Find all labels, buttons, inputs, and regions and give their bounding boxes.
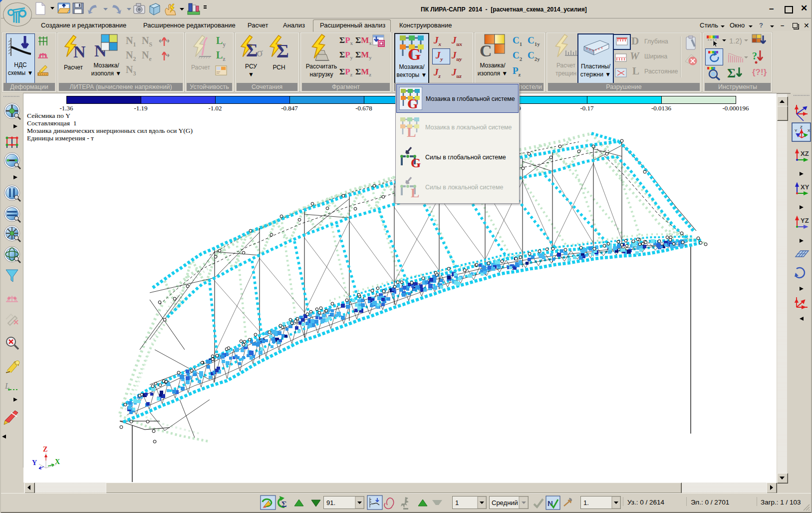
- svg-text:Составляющая 1: Составляющая 1: [27, 119, 76, 127]
- svg-text:-0.000196: -0.000196: [722, 104, 749, 112]
- svg-text:Z: Z: [800, 125, 803, 129]
- svg-text:91.: 91.: [326, 499, 335, 507]
- svg-text:Σ: Σ: [246, 40, 258, 60]
- svg-text:Сейсмика по Y: Сейсмика по Y: [27, 112, 70, 119]
- svg-text:1: 1: [455, 499, 459, 507]
- svg-text:Y: Y: [795, 128, 798, 133]
- svg-text:Σ: Σ: [276, 40, 289, 60]
- svg-text:G: G: [411, 156, 421, 168]
- svg-text:X: X: [55, 458, 60, 466]
- svg-text:Средний (: Средний (: [492, 499, 522, 507]
- svg-text:L: L: [407, 124, 416, 138]
- svg-text:Y: Y: [32, 459, 37, 467]
- svg-text:?: ?: [752, 50, 757, 61]
- svg-text:YZ: YZ: [801, 217, 809, 224]
- svg-text:-1.36: -1.36: [59, 104, 73, 112]
- svg-text:1.: 1.: [583, 499, 589, 507]
- svg-text:L: L: [411, 186, 419, 198]
- svg-text:Мозаика динамических инерционн: Мозаика динамических инерционных сил вдо…: [27, 127, 193, 134]
- svg-text:σ: σ: [257, 46, 263, 59]
- svg-text:XZ: XZ: [801, 150, 809, 157]
- svg-text:Σ: Σ: [727, 66, 736, 80]
- svg-text:Единицы измерения - т: Единицы измерения - т: [27, 134, 94, 142]
- svg-text:N: N: [73, 42, 86, 60]
- svg-text:Σ: Σ: [281, 500, 286, 509]
- svg-text:G: G: [408, 45, 421, 61]
- svg-text:G: G: [407, 96, 418, 110]
- svg-text:-0.847: -0.847: [281, 104, 298, 112]
- svg-text:-1.02: -1.02: [208, 104, 222, 112]
- svg-text:-0.678: -0.678: [355, 104, 372, 112]
- svg-text:-1.19: -1.19: [134, 104, 147, 112]
- svg-text:-0.17: -0.17: [580, 104, 594, 112]
- svg-text:-0.0136: -0.0136: [651, 104, 672, 112]
- svg-text:Z: Z: [43, 446, 47, 453]
- svg-text:X: X: [808, 128, 811, 133]
- svg-text:XY: XY: [801, 183, 810, 191]
